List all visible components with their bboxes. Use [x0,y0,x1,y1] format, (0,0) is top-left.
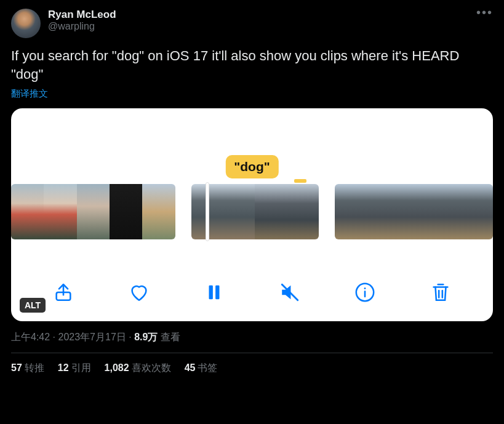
stat-quotes[interactable]: 12引用 [58,362,91,375]
clip-group [11,184,175,239]
audio-marker [294,179,306,183]
playhead[interactable] [206,182,209,241]
tweet-stats: 57转推 12引用 1,082喜欢次数 45书签 [11,362,493,375]
alt-badge[interactable]: ALT [20,298,46,313]
caption-pill: "dog" [225,155,278,178]
views-label: 查看 [161,332,180,342]
meta-date[interactable]: 2023年7月17日 [58,332,126,342]
display-name: Ryan McLeod [48,9,469,21]
pause-icon[interactable] [204,282,225,303]
avatar[interactable] [11,9,41,38]
author-names[interactable]: Ryan McLeod @warpling [48,9,469,32]
stat-retweets[interactable]: 57转推 [11,362,44,375]
video-scrubber[interactable] [11,184,493,239]
tweet-text: If you search for "dog" on iOS 17 it'll … [11,47,493,83]
svg-point-6 [364,288,366,290]
stat-likes[interactable]: 1,082喜欢次数 [105,362,171,375]
media-attachment[interactable]: "dog" [11,108,493,321]
divider [11,353,493,353]
more-icon[interactable]: ••• [476,9,493,16]
clip-group [191,184,319,239]
info-icon[interactable] [354,282,375,303]
svg-rect-1 [209,286,213,300]
views-count: 8.9万 [134,332,158,342]
clip-group [335,184,493,239]
share-icon[interactable] [53,282,74,303]
mute-icon[interactable] [279,282,300,303]
stat-bookmarks[interactable]: 45书签 [185,362,218,375]
heart-icon[interactable] [129,282,150,303]
media-toolbar [11,282,493,303]
tweet-header: Ryan McLeod @warpling ••• [11,9,493,38]
tweet-container: Ryan McLeod @warpling ••• If you search … [0,0,504,383]
tweet-meta: 上午4:42 · 2023年7月17日 · 8.9万 查看 [11,331,493,344]
trash-icon[interactable] [430,282,451,303]
translate-link[interactable]: 翻译推文 [11,88,493,100]
svg-rect-2 [215,286,219,300]
meta-time[interactable]: 上午4:42 [11,332,50,342]
handle: @warpling [48,21,469,32]
